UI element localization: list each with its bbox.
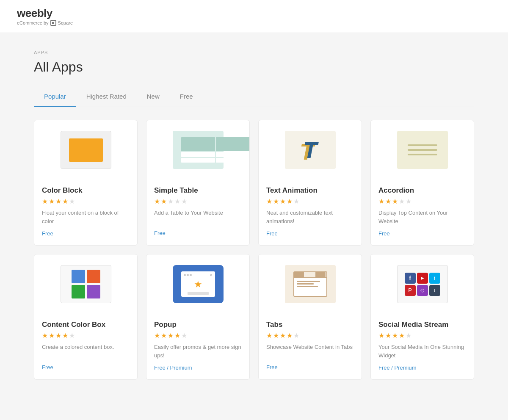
app-card-content-color-box[interactable]: Content Color Box ★ ★ ★ ★ ★ Create a col… <box>34 254 138 380</box>
breadcrumb: APPS <box>34 50 474 55</box>
app-desc: Showcase Website Content in Tabs <box>266 343 354 359</box>
app-desc: Neat and customizable text animations! <box>266 209 354 225</box>
app-icon-social: f ▶ t P ◎ t <box>371 254 474 314</box>
app-icon-color-block <box>34 120 137 180</box>
app-icon-tabs <box>259 254 362 314</box>
main-content: APPS All Apps Popular Highest Rated New … <box>0 33 508 397</box>
app-stars: ★ ★ ★ ★ ★ <box>378 332 466 340</box>
tabs-nav: Popular Highest Rated New Free <box>34 88 474 107</box>
instagram-icon: ◎ <box>417 285 428 296</box>
app-price: Free / Premium <box>154 365 242 371</box>
square-icon <box>50 20 56 26</box>
app-stars: ★ ★ ★ ★ ★ <box>154 197 242 205</box>
header: weebly eCommerce by Square <box>0 0 508 33</box>
tab-new[interactable]: New <box>137 88 170 107</box>
app-icon-popup: ✕ ★ <box>146 254 249 314</box>
app-name: Color Block <box>42 186 130 195</box>
app-card-accordion[interactable]: Accordion ★ ★ ★ ★ ★ Display Top Content … <box>370 120 474 246</box>
app-name: Text Animation <box>266 186 354 195</box>
logo: weebly eCommerce by Square <box>17 7 73 26</box>
app-card-color-block[interactable]: Color Block ★ ★ ★ ★ ★ Float your content… <box>34 120 138 246</box>
app-icon-content-color-box <box>34 254 137 314</box>
tumblr-icon: t <box>429 285 440 296</box>
app-stars: ★ ★ ★ ★ ★ <box>42 197 130 205</box>
app-price: Free <box>42 230 130 237</box>
app-name: Accordion <box>378 186 466 195</box>
app-price: Free <box>154 230 242 236</box>
app-icon-accordion <box>371 120 474 180</box>
facebook-icon: f <box>405 273 416 284</box>
app-name: Social Media Stream <box>378 321 466 329</box>
app-card-simple-table[interactable]: Simple Table ★ ★ ★ ★ ★ Add a Table to Yo… <box>146 120 250 246</box>
page-title: All Apps <box>34 59 474 75</box>
tab-highest-rated[interactable]: Highest Rated <box>76 88 137 107</box>
app-card-text-animation[interactable]: T T Text Animation ★ ★ ★ ★ ★ Neat and cu… <box>258 120 362 246</box>
tab-free[interactable]: Free <box>170 88 203 107</box>
twitter-icon: t <box>429 273 440 284</box>
app-icon-text-animation: T T <box>259 120 362 180</box>
app-stars: ★ ★ ★ ★ ★ <box>154 332 242 340</box>
app-card-popup[interactable]: ✕ ★ Popup ★ ★ ★ ★ ★ Easily offer promos … <box>146 254 250 380</box>
app-name: Popup <box>154 321 242 329</box>
app-desc: Your Social Media In One Stunning Widget <box>378 343 466 359</box>
app-desc: Float your content on a block of color <box>42 209 130 225</box>
app-desc: Add a Table to Your Website <box>154 209 242 225</box>
app-stars: ★ ★ ★ ★ ★ <box>42 332 130 340</box>
app-icon-simple-table <box>146 120 249 180</box>
app-price: Free <box>42 364 130 370</box>
app-name: Tabs <box>266 321 354 329</box>
app-desc: Display Top Content on Your Website <box>378 209 466 225</box>
app-stars: ★ ★ ★ ★ ★ <box>266 197 354 205</box>
app-card-tabs[interactable]: Tabs ★ ★ ★ ★ ★ Showcase Website Content … <box>258 254 362 380</box>
apps-grid: Color Block ★ ★ ★ ★ ★ Float your content… <box>34 120 474 380</box>
app-price: Free <box>266 230 354 237</box>
app-card-social-media-stream[interactable]: f ▶ t P ◎ t Social Media Stream ★ ★ ★ ★ <box>370 254 474 380</box>
app-price: Free <box>378 230 466 237</box>
app-name: Content Color Box <box>42 321 130 329</box>
app-name: Simple Table <box>154 186 242 195</box>
app-desc: Easily offer promos & get more sign ups! <box>154 343 242 359</box>
app-price: Free <box>266 364 354 370</box>
youtube-icon: ▶ <box>417 273 428 284</box>
app-stars: ★ ★ ★ ★ ★ <box>266 332 354 340</box>
pinterest-icon: P <box>405 285 416 296</box>
tab-popular[interactable]: Popular <box>34 88 76 107</box>
app-stars: ★ ★ ★ ★ ★ <box>378 197 466 205</box>
app-price: Free / Premium <box>378 365 466 371</box>
app-desc: Create a colored content box. <box>42 343 130 359</box>
